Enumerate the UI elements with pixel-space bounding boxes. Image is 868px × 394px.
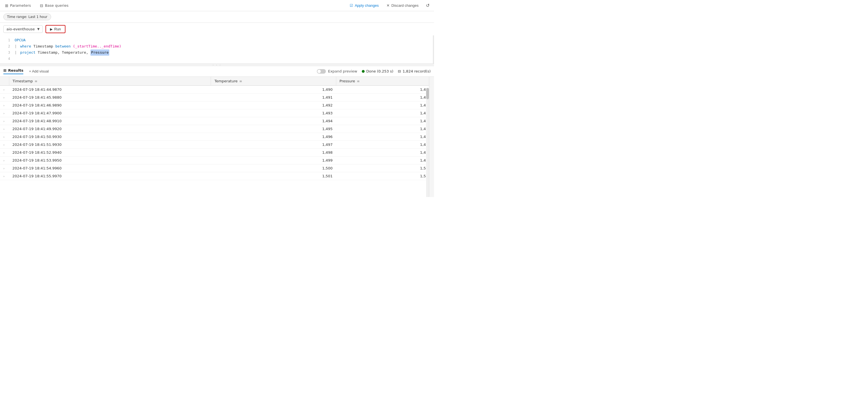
row-expand-cell[interactable]: ›	[0, 141, 9, 149]
col-menu-icon-timestamp[interactable]: ≡	[35, 79, 37, 83]
row-expand-cell[interactable]: ›	[0, 86, 9, 94]
cell-temperature: 1,501	[211, 172, 336, 180]
row-expand-cell[interactable]: ›	[0, 125, 9, 133]
refresh-icon: ↺	[426, 3, 430, 8]
tab-parameters[interactable]: ⊞ Parameters	[3, 2, 33, 9]
columns-panel[interactable]: Columns	[429, 77, 434, 197]
parameters-icon: ⊞	[5, 3, 8, 8]
col-menu-icon-pressure[interactable]: ≡	[357, 79, 360, 83]
pipe-char-2: |	[14, 43, 17, 50]
table-body: ›2024-07-19 18:41:44.98701,4901,490›2024…	[0, 86, 434, 180]
cell-temperature: 1,490	[211, 86, 336, 94]
row-expand-button[interactable]: ›	[3, 104, 4, 107]
add-visual-button[interactable]: + Add visual	[29, 69, 49, 73]
table-row: ›2024-07-19 18:41:45.98801,4911,491	[0, 94, 434, 101]
line-num-3: 3	[2, 50, 10, 56]
col-menu-icon-temperature[interactable]: ≡	[239, 79, 242, 83]
table-row: ›2024-07-19 18:41:47.99001,4931,493	[0, 109, 434, 117]
cell-pressure: 1,497	[336, 141, 434, 149]
results-tab[interactable]: ⊞ Results	[3, 68, 23, 74]
discard-changes-button[interactable]: ✕ Discard changes	[385, 2, 420, 9]
row-expand-button[interactable]: ›	[3, 120, 4, 123]
kw-params: (_startTime.._endTime)	[73, 43, 121, 50]
row-expand-button[interactable]: ›	[3, 135, 4, 139]
top-toolbar: ⊞ Parameters ⊟ Base queries ☑ Apply chan…	[0, 0, 434, 11]
row-expand-button[interactable]: ›	[3, 167, 4, 170]
table-header-row: Timestamp ≡ Temperature ≡ Pressure	[0, 77, 434, 86]
table-row: ›2024-07-19 18:41:53.99501,4991,499	[0, 156, 434, 164]
drag-divider[interactable]: · · ·	[0, 64, 434, 66]
apply-changes-button[interactable]: ☑ Apply changes	[348, 2, 380, 9]
cell-pressure: 1,495	[336, 125, 434, 133]
code-line-4: 4	[0, 56, 434, 62]
row-expand-cell[interactable]: ›	[0, 94, 9, 101]
results-header: ⊞ Results + Add visual Expand preview Do…	[0, 66, 434, 77]
row-expand-cell[interactable]: ›	[0, 156, 9, 164]
cell-timestamp: 2024-07-19 18:41:49.9920	[9, 125, 211, 133]
cell-pressure: 1,494	[336, 117, 434, 125]
cell-pressure: 1,499	[336, 156, 434, 164]
cell-temperature: 1,496	[211, 133, 336, 141]
row-expand-cell[interactable]: ›	[0, 133, 9, 141]
status-label: Done (0.253 s)	[366, 69, 394, 73]
row-expand-cell[interactable]: ›	[0, 172, 9, 180]
results-right: Expand preview Done (0.253 s) ⊟ 1,824 re…	[317, 69, 431, 73]
cell-timestamp: 2024-07-19 18:41:53.9950	[9, 156, 211, 164]
cell-temperature: 1,492	[211, 101, 336, 109]
base-queries-icon: ⊟	[40, 3, 43, 8]
table-row: ›2024-07-19 18:41:54.99601,5001,500	[0, 164, 434, 172]
expand-preview-toggle[interactable]: Expand preview	[317, 69, 357, 73]
cell-pressure: 1,496	[336, 133, 434, 141]
data-table-wrapper: Timestamp ≡ Temperature ≡ Pressure	[0, 77, 434, 197]
row-expand-cell[interactable]: ›	[0, 164, 9, 172]
table-row: ›2024-07-19 18:41:49.99201,4951,495	[0, 125, 434, 133]
col-header-pressure[interactable]: Pressure ≡	[336, 77, 434, 86]
tab-parameters-label: Parameters	[10, 3, 31, 8]
row-expand-cell[interactable]: ›	[0, 117, 9, 125]
run-button[interactable]: ▶ Run	[45, 25, 65, 33]
toolbar-left: ⊞ Parameters ⊟ Base queries	[3, 2, 348, 9]
row-expand-button[interactable]: ›	[3, 159, 4, 162]
line-num-4: 4	[2, 56, 10, 62]
row-expand-button[interactable]: ›	[3, 175, 4, 178]
query-bar: Time range: Last 1 hour	[0, 11, 434, 23]
database-selector[interactable]: aio-eventhouse ▼	[3, 25, 43, 33]
row-expand-button[interactable]: ›	[3, 112, 4, 115]
row-expand-button[interactable]: ›	[3, 128, 4, 131]
code-editor[interactable]: 1 OPCUA 2 | where Timestamp between (_st…	[0, 35, 434, 64]
row-expand-button[interactable]: ›	[3, 151, 4, 154]
row-expand-button[interactable]: ›	[3, 96, 4, 99]
scrollbar-thumb[interactable]	[426, 88, 429, 99]
code-line-2: 2 | where Timestamp between (_startTime.…	[0, 43, 434, 50]
refresh-button[interactable]: ↺	[425, 2, 431, 9]
cell-timestamp: 2024-07-19 18:41:55.9970	[9, 172, 211, 180]
cell-temperature: 1,499	[211, 156, 336, 164]
cell-pressure: 1,492	[336, 101, 434, 109]
cell-timestamp: 2024-07-19 18:41:48.9910	[9, 117, 211, 125]
cell-pressure: 1,498	[336, 149, 434, 156]
code-line-3: 3 | project Timestamp, Temperature, Pres…	[0, 50, 434, 56]
time-range-badge[interactable]: Time range: Last 1 hour	[3, 13, 51, 20]
row-expand-cell[interactable]: ›	[0, 149, 9, 156]
line-num-1: 1	[2, 37, 10, 43]
cell-timestamp: 2024-07-19 18:41:52.9940	[9, 149, 211, 156]
discard-changes-label: Discard changes	[391, 3, 418, 8]
cell-temperature: 1,497	[211, 141, 336, 149]
row-expand-cell[interactable]: ›	[0, 101, 9, 109]
run-label: Run	[54, 27, 61, 31]
table-row: ›2024-07-19 18:41:52.99401,4981,498	[0, 149, 434, 156]
cell-timestamp: 2024-07-19 18:41:51.9930	[9, 141, 211, 149]
tab-base-queries[interactable]: ⊟ Base queries	[38, 2, 70, 9]
run-play-icon: ▶	[50, 27, 53, 31]
cell-temperature: 1,493	[211, 109, 336, 117]
col-header-temperature[interactable]: Temperature ≡	[211, 77, 336, 86]
col-pressure-label: Pressure	[340, 79, 355, 83]
data-table: Timestamp ≡ Temperature ≡ Pressure	[0, 77, 434, 180]
col-header-timestamp[interactable]: Timestamp ≡	[9, 77, 211, 86]
cell-pressure: 1,493	[336, 109, 434, 117]
row-expand-button[interactable]: ›	[3, 143, 4, 146]
toggle-switch[interactable]	[317, 69, 326, 73]
row-expand-cell[interactable]: ›	[0, 109, 9, 117]
row-expand-button[interactable]: ›	[3, 88, 4, 91]
scrollbar-track[interactable]: ▼	[426, 88, 429, 197]
